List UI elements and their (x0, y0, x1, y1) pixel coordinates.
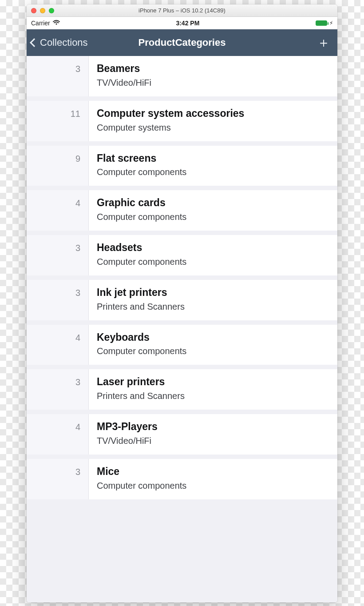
category-list[interactable]: 3BeamersTV/Video/HiFi11Computer system a… (27, 56, 337, 602)
row-title: Ink jet printers (97, 286, 329, 299)
table-row[interactable]: 3Laser printersPrinters and Scanners (27, 369, 337, 414)
row-body: MP3-PlayersTV/Video/HiFi (89, 414, 337, 454)
wifi-icon (53, 20, 60, 26)
row-body: KeyboardsComputer components (89, 325, 337, 365)
row-subtitle: Computer components (97, 211, 329, 223)
row-subtitle: Computer components (97, 256, 329, 267)
status-time: 3:42 PM (176, 20, 199, 27)
row-title: Headsets (97, 241, 329, 254)
row-title: Keyboards (97, 331, 329, 344)
row-count: 3 (27, 459, 89, 499)
row-title: Flat screens (97, 152, 329, 165)
back-label: Collections (40, 37, 88, 48)
row-title: MP3-Players (97, 420, 329, 433)
carrier-label: Carrier (31, 20, 50, 27)
table-row[interactable]: 3BeamersTV/Video/HiFi (27, 56, 337, 101)
row-title: Graphic cards (97, 196, 329, 209)
row-subtitle: TV/Video/HiFi (97, 435, 329, 447)
row-body: Graphic cardsComputer components (89, 190, 337, 231)
row-title: Laser printers (97, 375, 329, 388)
add-button[interactable]: ＋ (314, 34, 333, 51)
row-body: BeamersTV/Video/HiFi (89, 56, 337, 96)
mac-window-buttons (31, 8, 54, 13)
row-title: Beamers (97, 62, 329, 75)
window-title: iPhone 7 Plus – iOS 10.2 (14C89) (27, 7, 337, 14)
row-count: 3 (27, 280, 89, 320)
row-body: Computer system accessoriesComputer syst… (89, 101, 337, 141)
chevron-left-icon (30, 38, 39, 47)
row-subtitle: Printers and Scanners (97, 390, 329, 402)
row-title: Computer system accessories (97, 107, 329, 120)
mac-titlebar[interactable]: iPhone 7 Plus – iOS 10.2 (14C89) (27, 4, 337, 17)
table-row[interactable]: 4KeyboardsComputer components (27, 325, 337, 370)
charging-icon: ⚡︎ (329, 20, 333, 26)
row-count: 4 (27, 325, 89, 365)
row-subtitle: Computer systems (97, 122, 329, 133)
table-row[interactable]: 9Flat screensComputer components (27, 146, 337, 191)
ios-nav-bar: Collections ProductCategories ＋ (27, 29, 337, 56)
row-count: 4 (27, 414, 89, 454)
row-subtitle: Computer components (97, 480, 329, 491)
row-subtitle: Computer components (97, 345, 329, 357)
row-subtitle: Computer components (97, 166, 329, 178)
table-row[interactable]: 11Computer system accessoriesComputer sy… (27, 101, 337, 146)
simulator-window: iPhone 7 Plus – iOS 10.2 (14C89) Carrier… (27, 4, 337, 602)
table-row[interactable]: 4Graphic cardsComputer components (27, 190, 337, 235)
ios-status-bar: Carrier 3:42 PM ⚡︎ (27, 17, 337, 29)
table-row[interactable]: 3HeadsetsComputer components (27, 235, 337, 280)
table-row[interactable]: 4MP3-PlayersTV/Video/HiFi (27, 414, 337, 459)
row-body: Ink jet printersPrinters and Scanners (89, 280, 337, 320)
table-row[interactable]: 3MiceComputer components (27, 459, 337, 504)
row-body: Laser printersPrinters and Scanners (89, 369, 337, 410)
row-count: 9 (27, 146, 89, 186)
minimize-icon[interactable] (40, 8, 45, 13)
maximize-icon[interactable] (49, 8, 54, 13)
status-right: ⚡︎ (316, 20, 333, 26)
close-icon[interactable] (31, 8, 36, 13)
row-subtitle: Printers and Scanners (97, 301, 329, 312)
row-count: 3 (27, 369, 89, 410)
row-body: MiceComputer components (89, 459, 337, 499)
row-count: 4 (27, 190, 89, 231)
table-row[interactable]: 3Ink jet printersPrinters and Scanners (27, 280, 337, 325)
back-button[interactable]: Collections (31, 37, 88, 48)
plus-icon: ＋ (317, 35, 330, 50)
row-count: 3 (27, 235, 89, 275)
row-title: Mice (97, 465, 329, 478)
row-count: 11 (27, 101, 89, 141)
row-count: 3 (27, 56, 89, 96)
battery-icon (316, 20, 327, 26)
row-body: Flat screensComputer components (89, 146, 337, 186)
status-left: Carrier (31, 20, 60, 27)
row-subtitle: TV/Video/HiFi (97, 77, 329, 88)
row-body: HeadsetsComputer components (89, 235, 337, 275)
